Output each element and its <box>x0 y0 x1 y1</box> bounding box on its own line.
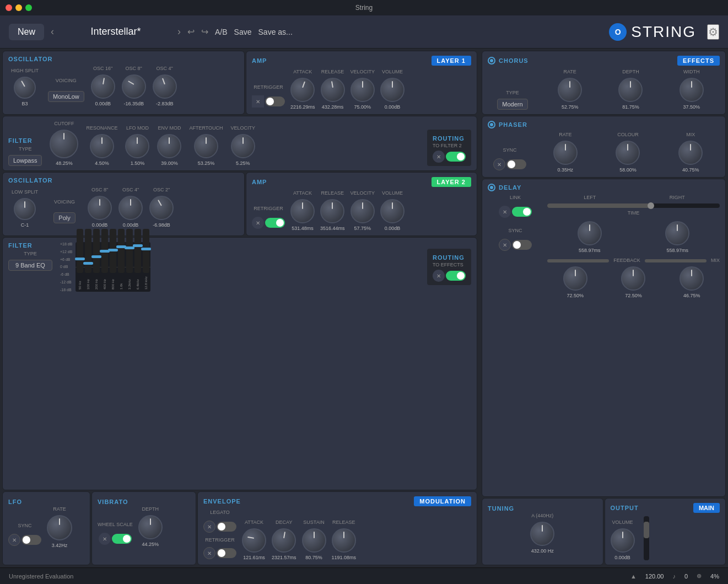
retrigger-x-l1[interactable]: ✕ <box>252 95 264 108</box>
voicing-select[interactable]: MonoLow <box>48 91 84 102</box>
minimize-button[interactable] <box>15 4 22 11</box>
delay-link-x[interactable]: ✕ <box>499 206 511 218</box>
retrigger-x-env[interactable]: ✕ <box>203 547 215 559</box>
env-mod-knob[interactable] <box>157 134 181 158</box>
routing-toggle-l2[interactable] <box>446 271 466 281</box>
attack-knob-l2[interactable] <box>290 199 315 223</box>
tempo-icon: ▲ <box>630 573 637 580</box>
tuning-a-knob[interactable] <box>530 522 554 546</box>
delay-left-time-knob[interactable] <box>578 221 602 245</box>
aftertouch-knob[interactable] <box>194 134 218 158</box>
env-release-knob[interactable] <box>332 528 356 553</box>
next-preset-button[interactable]: › <box>175 24 183 40</box>
resonance-knob[interactable] <box>90 134 114 158</box>
routing-x-l2[interactable]: ✕ <box>433 270 445 282</box>
velocity-knob-l1[interactable] <box>350 78 375 102</box>
filter-type-label-l2: TYPE <box>8 251 52 256</box>
lfo-sync-toggle[interactable] <box>21 535 41 545</box>
retrigger-toggle-l1[interactable] <box>265 97 285 106</box>
delay-mix-knob[interactable] <box>680 266 704 291</box>
low-split-knob[interactable] <box>14 198 36 220</box>
ab-button[interactable]: A/B <box>215 28 228 36</box>
save-as-button[interactable]: Save as... <box>258 28 293 36</box>
delay-link-toggle[interactable] <box>512 207 532 217</box>
vibrato-toggle[interactable] <box>112 534 132 544</box>
osc4-knob-l2[interactable] <box>118 196 143 220</box>
delay-power[interactable] <box>488 184 495 191</box>
phaser-rate-knob[interactable] <box>553 141 578 165</box>
delay-feedback-right-knob[interactable] <box>621 266 645 291</box>
lfo-mod-knob[interactable] <box>125 134 149 158</box>
osc2-knob-l2[interactable] <box>149 196 174 220</box>
osc16-knob[interactable] <box>91 74 115 99</box>
retrigger-toggle-l2[interactable] <box>265 218 285 228</box>
delay-sync-toggle[interactable] <box>512 240 532 250</box>
volume-knob-l1[interactable] <box>380 78 405 102</box>
phaser-sync-toggle[interactable] <box>506 159 526 169</box>
redo-button[interactable]: ↪ <box>201 26 208 37</box>
chorus-power[interactable] <box>488 57 495 65</box>
phaser-mix-knob[interactable] <box>678 141 703 165</box>
output-scrollbar[interactable] <box>644 516 649 560</box>
eq-slider-6[interactable] <box>118 229 125 273</box>
release-knob-l2[interactable] <box>320 199 344 223</box>
chorus-depth-knob[interactable] <box>618 78 643 102</box>
delay-sync-x[interactable]: ✕ <box>499 239 511 251</box>
legato-toggle[interactable] <box>217 522 236 532</box>
chorus-width-knob[interactable] <box>680 78 704 102</box>
phaser-power[interactable] <box>488 121 495 128</box>
lfo-rate-knob[interactable] <box>47 515 72 540</box>
filter-velocity-knob[interactable] <box>231 134 255 158</box>
eq-slider-4[interactable] <box>101 229 108 273</box>
chorus-type-select[interactable]: Modern <box>497 99 527 110</box>
vibrato-depth-knob[interactable] <box>138 515 163 539</box>
maximize-button[interactable] <box>25 4 32 11</box>
eq-slider-2[interactable] <box>85 229 91 273</box>
delay-feedback-left-knob[interactable] <box>563 266 587 291</box>
eq-slider-9[interactable] <box>143 229 149 273</box>
filter-type-select-l1[interactable]: Lowpass <box>8 155 42 166</box>
phaser-mix-label: MIX <box>686 132 695 137</box>
close-button[interactable] <box>6 4 12 11</box>
env-sustain-knob[interactable] <box>302 528 326 553</box>
delay-right-time-knob[interactable] <box>665 221 689 245</box>
new-button[interactable]: New <box>9 24 44 40</box>
retrigger-x-l2[interactable]: ✕ <box>252 217 264 229</box>
phaser-sync-x[interactable]: ✕ <box>493 158 505 170</box>
phaser-colour-knob[interactable] <box>616 141 640 165</box>
osc8-knob-l2[interactable] <box>88 196 112 220</box>
output-volume-knob[interactable] <box>611 528 635 553</box>
osc8-knob[interactable] <box>122 74 146 99</box>
routing-toggle-l1[interactable] <box>446 152 466 162</box>
eq-slider-5[interactable] <box>110 229 116 273</box>
chorus-rate-knob[interactable] <box>558 78 582 102</box>
env-decay-knob[interactable] <box>272 528 296 553</box>
env-attack-knob[interactable] <box>242 528 266 553</box>
cutoff-knob[interactable] <box>50 130 78 158</box>
retrigger-toggle-env[interactable] <box>217 548 236 558</box>
mix-slider-delay[interactable] <box>645 259 707 262</box>
high-split-knob[interactable] <box>14 77 36 99</box>
volume-knob-l2[interactable] <box>380 199 405 223</box>
voicing-select-l2[interactable]: Poly <box>53 212 75 223</box>
settings-button[interactable]: ⚙ <box>707 24 719 40</box>
filter-type-select-l2[interactable]: 9 Band EQ <box>8 260 52 271</box>
eq-slider-7[interactable] <box>126 229 133 273</box>
osc4-knob[interactable] <box>153 74 177 99</box>
attack-knob-l1[interactable] <box>290 78 315 102</box>
lfo-sync-x[interactable]: ✕ <box>8 534 20 546</box>
legato-x[interactable]: ✕ <box>203 521 215 533</box>
release-knob-l1[interactable] <box>321 78 345 102</box>
routing-x-l1[interactable]: ✕ <box>433 151 445 163</box>
eq-slider-1[interactable] <box>77 229 83 273</box>
eq-slider-3[interactable] <box>93 229 100 273</box>
save-button[interactable]: Save <box>234 28 252 36</box>
preset-name: Interstellar* <box>61 26 171 37</box>
velocity-knob-l2[interactable] <box>350 199 375 223</box>
prev-preset-button[interactable]: ‹ <box>48 24 56 40</box>
undo-button[interactable]: ↩ <box>187 26 195 37</box>
delay-time-slider[interactable] <box>547 203 720 208</box>
vibrato-x[interactable]: ✕ <box>99 533 111 545</box>
eq-slider-8[interactable] <box>134 229 141 273</box>
feedback-slider[interactable] <box>547 259 609 262</box>
